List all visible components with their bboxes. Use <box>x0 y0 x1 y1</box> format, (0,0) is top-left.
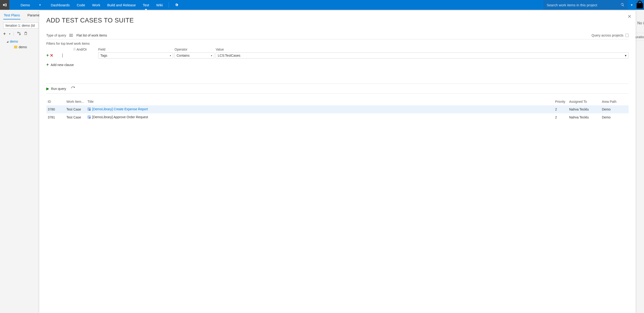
query-type-row: Type of query Flat list of work items Qu… <box>46 34 628 39</box>
flat-list-icon <box>70 34 73 37</box>
type-of-query-label: Type of query <box>46 34 66 37</box>
tree-child-label: demo <box>19 45 27 49</box>
nav-wiki[interactable]: Wiki <box>153 0 166 10</box>
search-icon[interactable] <box>620 3 624 7</box>
nav-test[interactable]: Test <box>139 0 153 10</box>
svg-rect-9 <box>70 36 70 37</box>
nav-dashboards[interactable]: Dashboards <box>47 0 73 10</box>
top-nav: Demo ▾ Dashboards Code Work Build and Re… <box>0 0 644 10</box>
add-test-cases-dialog: ADD TEST CASES TO SUITE Type of query Fl… <box>39 11 636 52</box>
col-field: Field <box>98 48 173 52</box>
tree-root-label: demo <box>10 40 18 43</box>
query-across-projects-checkbox[interactable] <box>625 34 628 37</box>
divider <box>14 32 14 36</box>
gear-icon[interactable] <box>171 0 182 10</box>
nav-build-release[interactable]: Build and Release <box>104 0 140 10</box>
col-operator: Operator <box>174 48 214 52</box>
plus-icon[interactable]: + <box>3 31 6 36</box>
svg-rect-0 <box>18 32 18 33</box>
group-icon: ⎘ <box>74 47 76 51</box>
nav-divider <box>169 2 169 8</box>
shopping-bag-icon[interactable] <box>636 0 644 10</box>
vs-logo[interactable] <box>0 0 9 10</box>
tab-test-plans[interactable]: Test Plans <box>3 13 20 20</box>
iteration-box[interactable]: Iteration 1: demo (Id <box>3 23 38 29</box>
project-dropdown[interactable]: Demo ▾ <box>9 0 47 10</box>
chevron-down-icon[interactable]: ▾ <box>628 3 636 7</box>
header-right-icons: ▾ <box>628 0 644 10</box>
close-icon[interactable] <box>628 15 631 19</box>
col-andor: ⎘ And/Or <box>74 47 97 52</box>
triangle-down-icon: ◢ <box>6 40 8 43</box>
hierarchy-icon[interactable] <box>17 32 21 36</box>
search-input[interactable] <box>547 3 619 7</box>
clipboard-icon[interactable] <box>24 32 27 36</box>
right-cut-text-1: No i <box>636 20 644 27</box>
chevron-down-icon: ▾ <box>39 3 41 7</box>
query-across-projects-label: Query across projects <box>592 34 624 37</box>
nav-links: Dashboards Code Work Build and Release T… <box>47 0 182 10</box>
tab-parameters[interactable]: Parame <box>27 13 40 17</box>
col-value: Value <box>216 48 628 52</box>
project-name: Demo <box>20 3 30 7</box>
filters-heading: Filters for top level work items <box>46 42 628 46</box>
nav-work[interactable]: Work <box>89 0 104 10</box>
folder-icon <box>14 46 17 49</box>
nav-code[interactable]: Code <box>73 0 89 10</box>
svg-rect-7 <box>70 34 70 35</box>
svg-rect-8 <box>70 35 70 36</box>
dialog-title: ADD TEST CASES TO SUITE <box>46 17 628 24</box>
filter-grid: ⎘ And/Or Field Operator Value + ✕ Tags ▾… <box>46 47 628 52</box>
chevron-down-icon[interactable]: ▾ <box>9 33 10 35</box>
type-of-query-value: Flat list of work items <box>76 34 107 37</box>
search-box[interactable] <box>544 0 628 10</box>
